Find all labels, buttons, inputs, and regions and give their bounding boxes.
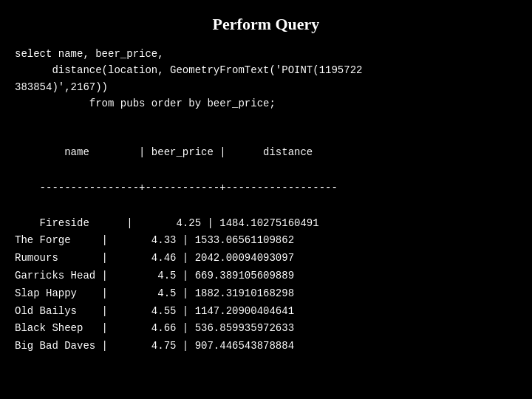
results-block: name | beer_price | distance -----------… [15,127,517,391]
title-area: Perform Query [15,7,517,46]
query-line1: select name, beer_price, [15,48,164,60]
results-separator: ----------------+------------+----------… [40,182,338,194]
page-title: Perform Query [213,15,320,33]
page-container: Perform Query select name, beer_price, d… [0,0,532,399]
query-line4: from pubs order by beer_price; [15,98,276,109]
query-line3: 383854)',2167)) [15,81,108,93]
query-block: select name, beer_price, distance(locati… [15,46,517,112]
results-rows: Fireside | 4.25 | 1484.10275160491 The F… [15,217,319,352]
query-line2: distance(location, GeometryFromText('POI… [15,64,362,76]
results-header: name | beer_price | distance [40,146,313,158]
